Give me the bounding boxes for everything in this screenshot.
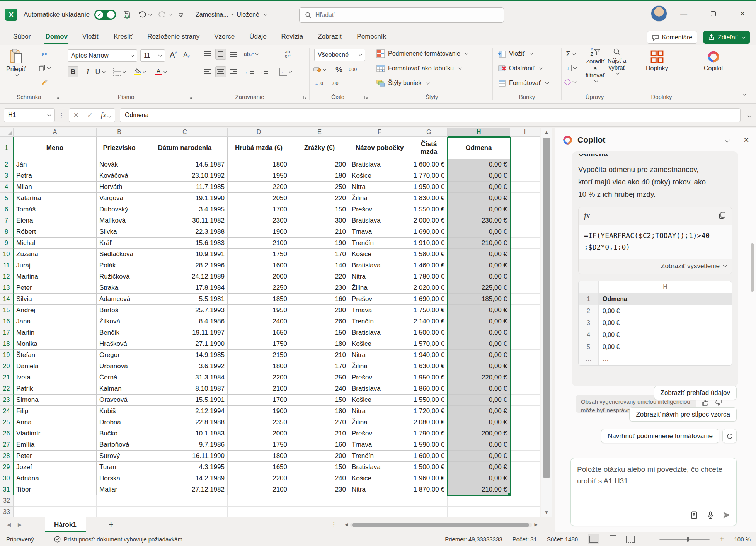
decrease-decimal-button[interactable]: .00	[330, 78, 341, 89]
row-header-13[interactable]: 13	[0, 282, 14, 294]
format-as-table-button[interactable]: Formátovať ako tabuľku	[376, 63, 461, 74]
column-header-E[interactable]: E	[290, 128, 349, 137]
cell-I18[interactable]	[510, 338, 540, 350]
tab-vzorce[interactable]: Vzorce	[213, 29, 236, 44]
cell-F10[interactable]: Košice	[349, 249, 410, 260]
cell-B33[interactable]	[97, 507, 142, 517]
row-header-27[interactable]: 27	[0, 439, 14, 451]
cell-A29[interactable]: Jozef	[14, 462, 97, 473]
cell-I24[interactable]	[510, 406, 540, 417]
row-header-19[interactable]: 19	[0, 350, 14, 361]
cell-E33[interactable]	[290, 507, 349, 517]
cell-F26[interactable]: Prešov	[349, 428, 410, 439]
cell-B8[interactable]: Slivka	[97, 226, 142, 238]
format-painter-button[interactable]	[39, 77, 50, 87]
row-header-3[interactable]: 3	[0, 170, 14, 182]
cell-C16[interactable]: 8.4.1986	[142, 316, 228, 327]
cell-F28[interactable]: Trenčín	[349, 451, 410, 462]
copilot-close-button[interactable]: ×	[744, 134, 749, 145]
cell-E30[interactable]: 240	[290, 473, 349, 484]
cell-A5[interactable]: Katarína	[14, 193, 97, 204]
scroll-left-arrow[interactable]: ◀	[345, 522, 348, 527]
wrap-text-button[interactable]: abc↵	[279, 49, 296, 60]
column-header-A[interactable]: A	[14, 128, 97, 137]
cell-H7[interactable]: 230,00 €	[448, 215, 510, 226]
cell-C11[interactable]: 28.2.1996	[142, 260, 228, 271]
cell-I4[interactable]	[510, 182, 540, 193]
row-header-9[interactable]: 9	[0, 238, 14, 249]
cell-F31[interactable]: Nitra	[349, 484, 410, 495]
font-dialog-launcher[interactable]	[188, 94, 194, 100]
cell-E32[interactable]	[290, 495, 349, 507]
autosave-toggle[interactable]: ✓	[94, 10, 116, 20]
row-header-7[interactable]: 7	[0, 215, 14, 226]
font-size-combo[interactable]: 11	[140, 49, 165, 62]
vertical-scroll-thumb[interactable]	[543, 138, 550, 478]
cell-D26[interactable]: 2000	[228, 428, 290, 439]
cell-B30[interactable]: Horská	[97, 473, 142, 484]
cell-E22[interactable]: 240	[290, 383, 349, 395]
cell-A3[interactable]: Petra	[14, 170, 97, 182]
cell-B7[interactable]: Malíková	[97, 215, 142, 226]
cell-B23[interactable]: Oravcová	[97, 395, 142, 406]
row-header-17[interactable]: 17	[0, 327, 14, 338]
document-title[interactable]: Zamestna... • Uložené	[196, 11, 267, 18]
cell-B19[interactable]: Gregor	[97, 350, 142, 361]
cell-D18[interactable]: 1750	[228, 338, 290, 350]
cell-F22[interactable]: Bratislava	[349, 383, 410, 395]
cell-D16[interactable]: 2400	[228, 316, 290, 327]
search-bar[interactable]	[299, 7, 504, 23]
cut-button[interactable]: ✂	[39, 49, 50, 60]
collapse-ribbon-button[interactable]	[741, 90, 746, 97]
cell-H6[interactable]: 0,00 €	[448, 204, 510, 215]
cell-H12[interactable]: 0,00 €	[448, 271, 510, 282]
cell-C12[interactable]: 24.12.1989	[142, 271, 228, 282]
clear-button[interactable]	[565, 77, 576, 87]
cell-C3[interactable]: 23.10.1992	[142, 170, 228, 182]
cell-I31[interactable]	[510, 484, 540, 495]
row-header-30[interactable]: 30	[0, 473, 14, 484]
cell-I5[interactable]	[510, 193, 540, 204]
cell-E7[interactable]: 300	[290, 215, 349, 226]
copy-button[interactable]	[39, 63, 50, 73]
cell-E25[interactable]: 270	[290, 417, 349, 428]
cell-I26[interactable]	[510, 428, 540, 439]
cell-B18[interactable]: Hrašková	[97, 338, 142, 350]
cell-F19[interactable]: Nitra	[349, 350, 410, 361]
cell-I14[interactable]	[510, 294, 540, 305]
cell-A19[interactable]: Štefan	[14, 350, 97, 361]
cell-I12[interactable]	[510, 271, 540, 282]
cell-I3[interactable]	[510, 170, 540, 182]
tab-údaje[interactable]: Údaje	[248, 29, 268, 44]
cell-G21[interactable]: 1 950,00 €	[410, 372, 448, 383]
cell-H25[interactable]: 0,00 €	[448, 417, 510, 428]
cell-B27[interactable]: Bartoňová	[97, 439, 142, 451]
cell-H30[interactable]: 0,00 €	[448, 473, 510, 484]
cell-H5[interactable]: 0,00 €	[448, 193, 510, 204]
cell-E6[interactable]: 150	[290, 204, 349, 215]
cell-A16[interactable]: Jana	[14, 316, 97, 327]
cell-D21[interactable]: 2200	[228, 372, 290, 383]
row-header-31[interactable]: 31	[0, 484, 14, 495]
cell-I8[interactable]	[510, 226, 540, 238]
borders-button[interactable]	[113, 66, 126, 77]
cell-D2[interactable]: 1800	[228, 159, 290, 170]
cell-A7[interactable]: Elena	[14, 215, 97, 226]
cell-C10[interactable]: 10.9.1991	[142, 249, 228, 260]
excel-logo-icon[interactable]: X	[5, 9, 17, 21]
cell-B32[interactable]	[97, 495, 142, 507]
cell-D25[interactable]: 2350	[228, 417, 290, 428]
row-header-11[interactable]: 11	[0, 260, 14, 271]
sheet-bar-menu[interactable]: ⋮	[330, 520, 337, 529]
add-sheet-button[interactable]: +	[109, 520, 114, 530]
autosum-button[interactable]: Σ	[565, 49, 576, 60]
scroll-right-arrow[interactable]: ▶	[535, 522, 538, 527]
microphone-button[interactable]	[706, 511, 715, 521]
delete-cells-button[interactable]: Odstrániť	[498, 63, 542, 74]
cell-C5[interactable]: 19.1.1990	[142, 193, 228, 204]
accessibility-status[interactable]: Prístupnosť: dokument vyhovuje požiadavk…	[54, 536, 182, 543]
insert-function-button[interactable]: fx	[101, 111, 111, 119]
cell-E18[interactable]: 180	[290, 338, 349, 350]
cell-E20[interactable]: 170	[290, 361, 349, 372]
cell-C4[interactable]: 11.7.1985	[142, 182, 228, 193]
